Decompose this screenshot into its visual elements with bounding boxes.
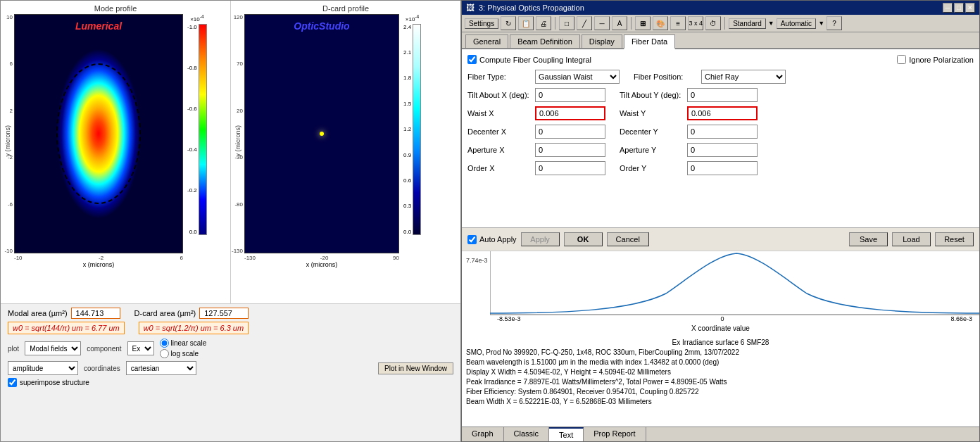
modal-area-item: Modal area (µm²) 144.713	[8, 308, 120, 319]
automatic-btn[interactable]: Automatic	[777, 18, 816, 29]
ok-btn[interactable]: OK	[564, 232, 603, 246]
info-text-area: Ex Irradiance surface 6 SMF28 SMO, Prod …	[462, 335, 979, 427]
mode-profile-title: Mode profile	[4, 4, 227, 13]
compute-checkbox-row: Compute Fiber Coupling Integral	[467, 55, 591, 64]
info-line1: Ex Irradiance surface 6 SMF28	[466, 338, 975, 348]
mode-profile-panel: Mode profile y (microns) 1062-2-6-10 Lum…	[1, 1, 231, 303]
coordinates-label: coordinates	[84, 365, 120, 372]
scale-radio-group: linear scale log scale	[160, 339, 207, 358]
x-max-label: 8.66e-3	[950, 315, 972, 322]
layers-icon[interactable]: ≡	[670, 16, 686, 30]
standard-btn[interactable]: Standard	[729, 18, 766, 29]
window-titlebar: 🖼 3: Physical Optics Propagation ─ □ ✕	[462, 1, 979, 15]
component-dropdown[interactable]: Ex	[127, 341, 154, 355]
btab-prop-report[interactable]: Prop Report	[584, 427, 646, 441]
decenter-x-row: Decenter X	[467, 125, 605, 139]
settings-btn[interactable]: Settings	[465, 18, 498, 29]
log-scale-radio[interactable]	[160, 349, 169, 358]
apply-btn[interactable]: Apply	[521, 232, 560, 246]
tab-beam-definition[interactable]: Beam Definition	[510, 34, 580, 48]
x-mid-label: 0	[721, 315, 724, 322]
info-line7: Beam Width X = 6.52221E-03, Y = 6.52868E…	[466, 397, 975, 407]
lumerical-plot: Lumerical	[14, 14, 183, 253]
tilt-x-input[interactable]	[535, 88, 605, 102]
btab-classic[interactable]: Classic	[504, 427, 549, 441]
compute-fiber-label: Compute Fiber Coupling Integral	[479, 56, 591, 64]
modal-area-label: Modal area (µm²)	[8, 309, 68, 317]
beam-dot	[320, 132, 324, 136]
dcard-area-label: D-card area (µm²)	[134, 309, 196, 317]
waist-y-label: Waist Y	[620, 109, 683, 118]
superimpose-checkbox[interactable]	[8, 378, 17, 387]
formula2: w0 = sqrt(1.2/π) um = 6.3 um	[139, 322, 249, 334]
mode-x-label: x (microns)	[14, 261, 183, 268]
select-icon[interactable]: □	[559, 16, 574, 30]
auto-apply-checkbox[interactable]	[467, 235, 477, 244]
maximize-btn[interactable]: □	[954, 3, 964, 13]
tilt-x-row: Tilt About X (deg):	[467, 88, 605, 102]
decenter-x-input[interactable]	[535, 125, 605, 139]
order-y-input[interactable]	[687, 161, 758, 175]
lumerical-label: Lumerical	[75, 20, 122, 32]
order-y-row: Order Y	[620, 161, 758, 175]
info-line5: Peak Irradiance = 7.8897E-01 Watts/Milli…	[466, 377, 975, 387]
toolbar: Settings ↻ 📋 🖨 □ ╱ ─ A ⊞ 🎨 ≡ 3 x 4 ⏱ Sta…	[462, 15, 979, 32]
grid-size-icon[interactable]: 3 x 4	[688, 16, 703, 30]
toolbar-divider-text: ▼	[768, 20, 774, 27]
aperture-x-row: Aperture X	[467, 143, 605, 157]
load-btn[interactable]: Load	[892, 232, 931, 246]
waist-x-input[interactable]	[535, 106, 605, 120]
dash-icon[interactable]: ─	[594, 16, 610, 30]
dcard-area-value: 127.557	[199, 308, 249, 319]
compute-fiber-checkbox[interactable]	[467, 55, 477, 64]
log-scale-label: log scale	[171, 350, 199, 358]
fiber-position-select[interactable]: Chief Ray	[701, 70, 786, 84]
decenter-y-input[interactable]	[687, 125, 758, 139]
reset-btn[interactable]: Reset	[935, 232, 974, 246]
tab-general[interactable]: General	[465, 34, 508, 48]
aperture-y-input[interactable]	[687, 143, 758, 157]
grid-icon[interactable]: ⊞	[635, 16, 651, 30]
line-icon[interactable]: ╱	[577, 16, 592, 30]
text-icon[interactable]: A	[612, 16, 627, 30]
tab-display[interactable]: Display	[582, 34, 622, 48]
waist-y-input[interactable]	[687, 106, 758, 120]
copy-icon[interactable]: 📋	[518, 16, 534, 30]
amplitude-dropdown[interactable]: amplitude	[8, 361, 78, 375]
aperture-x-label: Aperture X	[467, 146, 531, 154]
dcard-profile-title: D-card profile	[234, 4, 457, 13]
window-title: 3: Physical Optics Propagation	[479, 4, 584, 12]
save-btn[interactable]: Save	[849, 232, 888, 246]
aperture-x-input[interactable]	[535, 143, 605, 157]
refresh-icon[interactable]: ↻	[501, 16, 516, 30]
coordinates-dropdown[interactable]: cartesian	[126, 361, 196, 375]
aperture-y-row: Aperture Y	[620, 143, 758, 157]
tab-fiber-data[interactable]: Fiber Data	[624, 34, 675, 49]
minimize-btn[interactable]: ─	[943, 3, 953, 13]
info-line2: SMO, Prod No 399920, FC-Q-250, 1x48, ROC…	[466, 348, 975, 358]
order-x-input[interactable]	[535, 161, 605, 175]
ignore-polarization-label: Ignore Polarization	[909, 56, 974, 64]
help-icon[interactable]: ?	[827, 16, 842, 30]
clock-icon[interactable]: ⏱	[705, 16, 721, 30]
waist-x-label: Waist X	[467, 109, 531, 118]
cancel-btn[interactable]: Cancel	[607, 232, 649, 246]
btab-graph[interactable]: Graph	[462, 427, 504, 441]
palette-icon[interactable]: 🎨	[653, 16, 668, 30]
plot-in-new-window-btn[interactable]: Plot in New Window	[378, 362, 453, 374]
btab-text[interactable]: Text	[549, 427, 584, 441]
close-btn[interactable]: ✕	[965, 3, 975, 13]
tilt-x-label: Tilt About X (deg):	[467, 91, 531, 99]
ignore-polarization-checkbox[interactable]	[897, 55, 906, 64]
linear-scale-radio[interactable]	[160, 339, 169, 348]
dcard-profile-panel: D-card profile y (microns) 1207020-30-80…	[231, 1, 460, 303]
waist-x-row: Waist X	[467, 106, 605, 120]
chart-svg	[490, 251, 979, 329]
tilt-y-input[interactable]	[687, 88, 758, 102]
superimpose-label: superimpose structure	[20, 379, 89, 386]
fiber-type-select[interactable]: Gaussian Waist	[535, 70, 620, 84]
waist-y-row: Waist Y	[620, 106, 758, 120]
print-icon[interactable]: 🖨	[536, 16, 551, 30]
plot-type-dropdown[interactable]: Modal fields	[25, 341, 81, 355]
fiber-position-label: Fiber Position:	[634, 72, 697, 81]
